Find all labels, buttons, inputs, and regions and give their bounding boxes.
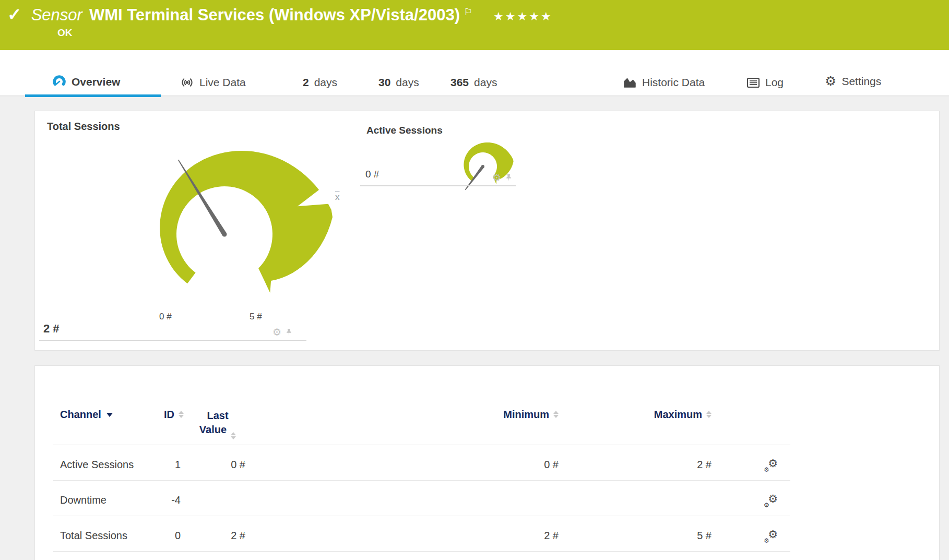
sort-desc-icon [106, 413, 113, 417]
total-sessions-gauge-title: Total Sessions [47, 121, 120, 133]
cell-maximum: 2 # [565, 445, 719, 481]
total-sessions-value: 2 # [43, 322, 60, 336]
sort-arrows-icon[interactable] [179, 411, 184, 418]
tab-number: 30 [378, 76, 390, 89]
double-gear-icon[interactable]: ⚙⚙ [764, 459, 778, 471]
tab-label: Settings [841, 75, 881, 88]
historic-icon [623, 76, 637, 89]
flag-icon[interactable]: ⚐ [464, 6, 472, 18]
col-header-last-value[interactable]: LastValue [184, 401, 252, 445]
priority-stars[interactable]: ★★★★★ [493, 10, 553, 23]
pin-icon[interactable] [285, 328, 293, 337]
cell-channel: Total Sessions [53, 516, 158, 552]
pin-icon[interactable] [505, 173, 513, 182]
cell-maximum [565, 481, 719, 516]
cell-maximum: 5 # [565, 516, 719, 552]
cell-minimum: 2 # [252, 516, 565, 552]
tab-30-days[interactable]: 30days [378, 76, 419, 89]
active-sessions-gauge-title: Active Sessions [366, 125, 443, 136]
log-icon [746, 77, 760, 89]
channel-strip-underline [39, 340, 306, 341]
active-sessions-gauge [445, 130, 525, 197]
sort-arrows-icon[interactable] [553, 411, 559, 418]
channel-gear-icon[interactable]: ⚙ [272, 327, 281, 337]
cell-last-value: 0 # [184, 445, 252, 481]
cell-last-value [184, 481, 252, 516]
tab-2-days[interactable]: 2days [303, 76, 337, 89]
channel-settings-button[interactable]: ⚙⚙ [719, 516, 790, 552]
sort-arrows-icon[interactable] [706, 411, 711, 418]
tab-log[interactable]: Log [746, 76, 784, 89]
channel-strip-underline [360, 185, 516, 186]
sensor-type-label: Sensor [31, 6, 82, 25]
col-header-actions [719, 401, 790, 445]
cell-minimum [252, 481, 565, 516]
channel-settings-button[interactable]: ⚙⚙ [719, 445, 790, 481]
gauge-icon [52, 75, 66, 89]
sort-arrows-icon[interactable] [231, 432, 236, 439]
cell-last-value: 2 # [184, 516, 252, 552]
gauges-panel: Total Sessions x 2 # 0 # 5 # ⚙ Active Se… [34, 111, 940, 351]
cell-channel: Active Sessions [53, 445, 158, 481]
double-gear-icon[interactable]: ⚙⚙ [764, 530, 778, 542]
broadcast-icon [180, 76, 194, 89]
cell-id: 0 [158, 516, 184, 552]
col-header-channel[interactable]: Channel [53, 401, 158, 445]
cell-id: 1 [158, 445, 184, 481]
channel-table: ChannelIDLastValueMinimumMaximumActive S… [53, 401, 790, 552]
tab-historic-data[interactable]: Historic Data [623, 76, 705, 89]
gauge-min-label: 0 # [159, 312, 172, 322]
tab-label: days [314, 76, 337, 89]
double-gear-icon[interactable]: ⚙⚙ [764, 494, 778, 507]
sensor-status-header: ✓ Sensor WMI Terminal Services (Windows … [0, 0, 949, 50]
tab-bar: OverviewLive Data2days30days365daysHisto… [0, 50, 949, 97]
tab-label: Overview [72, 76, 120, 88]
tab-number: 365 [450, 76, 469, 89]
tab-number: 2 [303, 76, 309, 89]
mean-marker-label: x [335, 192, 340, 202]
channels-panel: ChannelIDLastValueMinimumMaximumActive S… [34, 365, 940, 560]
sensor-title: WMI Terminal Services (Windows XP/Vista/… [89, 6, 460, 25]
total-sessions-gauge [132, 130, 373, 304]
col-header-maximum[interactable]: Maximum [565, 401, 719, 445]
tab-settings[interactable]: ⚙Settings [825, 74, 881, 89]
tab-live-data[interactable]: Live Data [180, 76, 246, 89]
tab-label: Historic Data [642, 76, 705, 89]
active-tab-underline [25, 94, 161, 97]
channel-settings-button[interactable]: ⚙⚙ [719, 481, 790, 516]
gauge-max-label: 5 # [250, 312, 262, 322]
tab-overview[interactable]: Overview [52, 75, 120, 89]
cell-id: -4 [158, 481, 184, 516]
status-check-icon: ✓ [7, 4, 22, 25]
cell-minimum: 0 # [252, 445, 565, 481]
channel-gear-icon[interactable]: ⚙ [492, 173, 501, 183]
col-header-id[interactable]: ID [158, 401, 184, 445]
status-text: OK [57, 27, 73, 39]
tab-label: days [396, 76, 419, 89]
cell-channel: Downtime [53, 481, 158, 516]
col-header-minimum[interactable]: Minimum [252, 401, 565, 445]
settings-icon: ⚙ [825, 74, 836, 89]
tab-label: Log [765, 76, 784, 89]
tab-365-days[interactable]: 365days [450, 76, 497, 89]
tab-label: days [474, 76, 497, 89]
tab-label: Live Data [199, 76, 246, 89]
active-sessions-value: 0 # [365, 169, 379, 180]
